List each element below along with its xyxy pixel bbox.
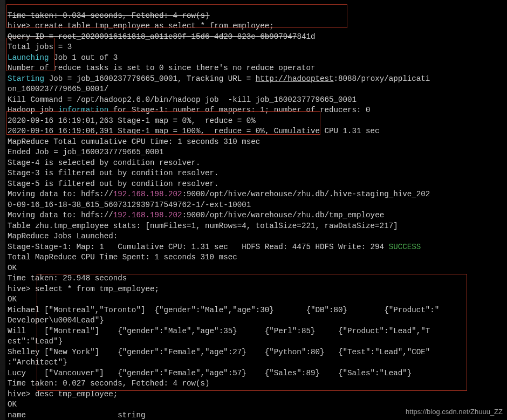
stage5-filtered: Stage-5 is filtered out by condition res…: [8, 180, 219, 188]
hadoop-job-a: Hadoop job: [8, 106, 58, 114]
ip-address-2: 192.168.198.202: [113, 211, 182, 219]
total-jobs: Total jobs = 3: [8, 43, 72, 51]
starting-keyword: Starting: [8, 74, 44, 83]
total-cpu-time: Total MapReduce CPU Time Spent: 1 second…: [8, 253, 237, 261]
stage4-selected: Stage-4 is selected by condition resolve…: [8, 159, 201, 167]
time-taken-select: Time taken: 0.027 seconds, Fetched: 4 ro…: [8, 379, 210, 388]
mapreduce-cpu-time: MapReduce Total cumulative CPU time: 1 s…: [8, 137, 260, 146]
ok-2: OK: [8, 295, 17, 304]
time-taken-create: Time taken: 29.948 seconds: [8, 274, 127, 283]
left-gutter: [0, 0, 5, 420]
moving-data-1c: :9000/opt/hive/warehouse/zhu.db/.hive-st…: [182, 190, 430, 198]
desc-name-string: name string: [8, 411, 145, 419]
tracking-url-rest: :8088/proxy/applicati: [334, 74, 430, 83]
stage1-progress-0: 2020-09-16 16:19:01,263 Stage-1 map = 0%…: [8, 116, 256, 125]
table-stats: Table zhu.tmp_employee stats: [numFiles=…: [8, 222, 398, 230]
stage-summary: Stage-Stage-1: Map: 1 Cumulative CPU: 1.…: [8, 243, 389, 251]
launching-rest: Job 1 out of 3: [49, 53, 118, 62]
hive-prompt: hive>: [8, 22, 35, 30]
hive-prompt-2: hive>: [8, 285, 35, 293]
moving-data-2a: Moving data to: hdfs://: [8, 211, 113, 219]
reduce-tasks-info: Number of reduce tasks is set to 0 since…: [8, 64, 315, 72]
mapreduce-launched: MapReduce Jobs Launched:: [8, 232, 118, 240]
row-michael-2: Developer\u0004Lead"}: [8, 316, 104, 325]
row-will-1: Will ["Montreal"] {"gender":"Male","age"…: [8, 327, 430, 335]
query-id-part1: Query ID = root_20200916161818_a011e89f-…: [8, 32, 297, 41]
row-shelley-1: Shelley ["New York"] {"gender":"Female",…: [8, 348, 430, 356]
row-michael-1: Michael ["Montreal","Toronto"] {"gender"…: [8, 306, 439, 314]
kill-command: Kill Command = /opt/hadoop2.6.0/bin/hado…: [8, 95, 357, 104]
row-lucy: Lucy ["Vancouver"] {"gender":"Female","a…: [8, 369, 412, 377]
row-shelley-2: :"Architect"}: [8, 358, 67, 367]
hive-prompt-3: hive>: [8, 390, 35, 398]
information-keyword: information: [58, 106, 109, 114]
tracking-url-line2: on_1600237779665_0001/: [8, 85, 108, 93]
success-keyword: SUCCESS: [389, 243, 421, 251]
tracking-url-host[interactable]: http://hadooptest: [256, 74, 334, 83]
ip-address-1: 192.168.198.202: [113, 190, 182, 198]
launching-keyword: Launching: [8, 53, 49, 62]
cmd-select[interactable]: select * from tmp_employee;: [35, 285, 159, 293]
moving-data-1-line2: 0-09-16_16-18-38_615_5607312939717549762…: [8, 201, 251, 209]
starting-rest: Job = job_1600237779665_0001, Tracking U…: [44, 74, 256, 83]
moving-data-2c: :9000/opt/hive/warehouse/zhu.db/tmp_empl…: [182, 211, 385, 219]
hadoop-job-c: for Stage-1: number of mappers: 1; numbe…: [108, 106, 370, 114]
cmd-create-table[interactable]: create table tmp_employee as select * fr…: [35, 22, 274, 30]
cmd-desc[interactable]: desc tmp_employee;: [35, 390, 118, 398]
stage3-filtered: Stage-3 is filtered out by condition res…: [8, 169, 219, 177]
ended-job: Ended Job = job_1600237779665_0001: [8, 148, 163, 156]
watermark-text: https://blog.csdn.net/Zhuuu_ZZ: [406, 407, 503, 417]
terminal-output: Time taken: 0.034 seconds, Fetched: 4 ro…: [0, 0, 507, 420]
line-time-prev: Time taken: 0.034 seconds, Fetched: 4 ro…: [8, 11, 210, 20]
ok-3: OK: [8, 400, 17, 409]
moving-data-1a: Moving data to: hdfs://: [8, 190, 113, 198]
ok-1: OK: [8, 264, 17, 272]
stage1-progress-100: 2020-09-16 16:19:06,391 Stage-1 map = 10…: [8, 127, 380, 135]
row-will-2: est":"Lead"}: [8, 337, 63, 346]
query-id-part2: 841d: [297, 32, 315, 41]
